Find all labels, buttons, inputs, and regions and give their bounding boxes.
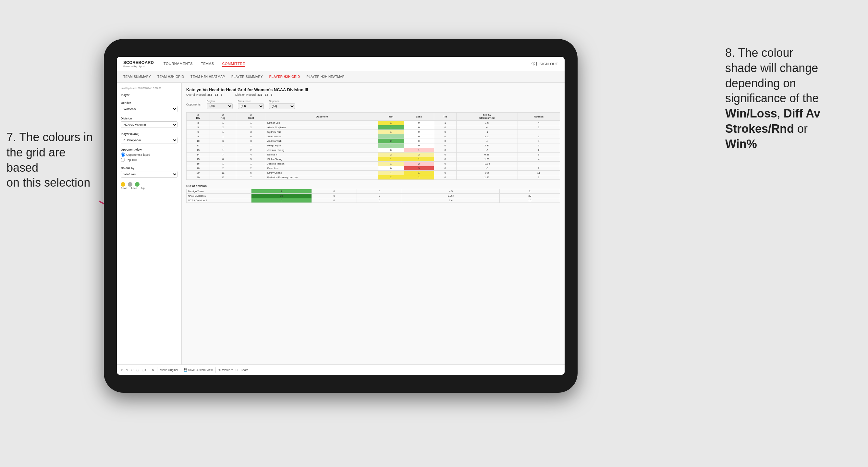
table-row: 16 1 1 Jessica Mason 1 2 0 -0.94 <box>187 162 560 166</box>
cell-tie: 0 <box>434 139 457 144</box>
colour-dot-green <box>135 182 140 187</box>
table-row: 13 1 2 Jessica Huang 0 1 0 -3 2 <box>187 148 560 153</box>
filter-opponent: Opponent (All) <box>269 100 295 109</box>
sub-nav-player-h2h-heatmap[interactable]: PLAYER H2H HEATMAP <box>306 75 344 79</box>
sub-nav-team-summary[interactable]: TEAM SUMMARY <box>123 75 151 79</box>
cell-tie: 0 <box>434 162 457 166</box>
report-records: Overall Record: 353 - 34 - 6 Division Re… <box>186 93 560 96</box>
cell-reg: 1 <box>210 134 236 139</box>
cell-win: 1 <box>378 162 404 166</box>
gender-select[interactable]: Women's <box>121 106 178 112</box>
save-custom-btn[interactable]: 💾 Save Custom View <box>184 368 213 372</box>
cell-rounds: 9 <box>518 153 560 157</box>
player-rank-select[interactable]: 8. Katelyn Vo <box>121 137 178 144</box>
sidebar-division-section: Division NCAA Division III <box>121 117 178 128</box>
radio-opponents-played[interactable]: Opponents Played <box>121 153 178 157</box>
cell-win: 1 <box>378 130 404 134</box>
share-btn[interactable]: Share <box>241 368 249 372</box>
cell-conf: 6 <box>236 171 266 175</box>
filter-conference: Conference (All) <box>238 100 264 109</box>
colour-by-select[interactable]: Win/Loss <box>121 171 178 178</box>
cell-diff-av: 1.33 <box>456 175 518 180</box>
cell-win: 0 <box>378 166 404 171</box>
h2h-grid-table: #Div #Reg #Conf Opponent Win Loss Tie Di… <box>186 112 560 180</box>
divider2 <box>157 367 157 373</box>
sub-nav-player-h2h-grid[interactable]: PLAYER H2H GRID <box>269 75 300 79</box>
top-nav: SCOREBOARD Powered by clippd TOURNAMENTS… <box>117 57 565 71</box>
cell-rounds: 4 <box>518 157 560 162</box>
ood-cell-loss: 0 <box>311 189 356 194</box>
undo-btn[interactable]: ↩ <box>121 368 123 372</box>
nav-right: ⓘ | Sign out <box>531 61 558 66</box>
th-opponent: Opponent <box>266 113 378 121</box>
annotation-left: 7. The colours in the grid are based on … <box>6 130 97 190</box>
cell-diff-av: 0.3 <box>456 171 518 175</box>
cell-conf: 2 <box>236 166 266 171</box>
cell-rounds: 2 <box>518 148 560 153</box>
cell-conf: 1 <box>236 121 266 125</box>
colour-dot-yellow <box>121 182 125 187</box>
ood-cell-label: NAIA Division 1 <box>187 194 251 198</box>
cell-diff-av: 1.5 <box>456 121 518 125</box>
cell-diff-av: 3.67 <box>456 134 518 139</box>
ood-cell-win: 1 <box>251 189 312 194</box>
table-row: 10 6 3 Andrea York 2 0 0 4 4 <box>187 139 560 144</box>
redo-btn[interactable]: ↪ <box>126 368 128 372</box>
ood-table-row: Foreign Team 1 0 0 4.5 2 <box>187 189 560 194</box>
division-select[interactable]: NCAA Division III <box>121 121 178 128</box>
watch-btn[interactable]: 👁 Watch ▾ <box>218 368 233 372</box>
cell-rounds: 4 <box>518 121 560 125</box>
nav-tournaments[interactable]: TOURNAMENTS <box>163 61 193 67</box>
cell-div: 11 <box>187 144 210 148</box>
ood-table-row: NAIA Division 1 15 0 0 9.267 30 <box>187 194 560 198</box>
copy-btn[interactable]: ⬚ <box>136 368 139 372</box>
cell-tie: 0 <box>434 130 457 134</box>
main-content: Last Updated: 27/03/2024 16:55:38 Player… <box>117 83 565 365</box>
opponent-select[interactable]: (All) <box>269 103 295 109</box>
nav-committee[interactable]: COMMITTEE <box>222 61 245 67</box>
region-select[interactable]: (All) <box>207 103 232 109</box>
cell-reg: 1 <box>210 130 236 134</box>
sidebar-timestamp: Last Updated: 27/03/2024 16:55:38 <box>121 87 178 90</box>
nav-teams[interactable]: TEAMS <box>201 61 214 67</box>
cell-div: 5 <box>187 125 210 130</box>
conference-select[interactable]: (All) <box>238 103 264 109</box>
paste-btn[interactable]: ⬚+ <box>142 368 146 372</box>
cell-win: 1 <box>378 157 404 162</box>
refresh-btn[interactable]: ↻ <box>152 368 154 372</box>
cell-loss: 1 <box>404 171 434 175</box>
sub-nav-team-h2h-grid[interactable]: TEAM H2H GRID <box>157 75 184 79</box>
cell-tie: 0 <box>434 157 457 162</box>
cell-tie: 0 <box>434 171 457 175</box>
cell-reg: 2 <box>210 125 236 130</box>
filter-region: Region (All) <box>207 100 232 109</box>
share-btn-icon[interactable]: ⬡ <box>236 368 238 372</box>
ood-cell-tie: 0 <box>357 198 402 203</box>
view-original-btn[interactable]: View: Original <box>160 368 178 372</box>
ood-cell-win: 5 <box>251 198 312 203</box>
sign-out-btn[interactable]: Sign out <box>539 61 558 66</box>
cell-loss: 2 <box>404 153 434 157</box>
cell-conf: 2 <box>236 148 266 153</box>
cell-diff-av: -0.94 <box>456 162 518 166</box>
cell-opponent: Alexis Sudjianto <box>266 125 378 130</box>
radio-top-100[interactable]: Top 100 <box>121 158 178 162</box>
cell-tie: 1 <box>434 121 457 125</box>
th-diff-av: Diff AvStrokes/Rnd <box>456 113 518 121</box>
cell-win: 2 <box>378 175 404 180</box>
sidebar: Last Updated: 27/03/2024 16:55:38 Player… <box>117 83 182 365</box>
opponents-filter-label: Opponents: <box>186 103 202 106</box>
cell-win: 0 <box>378 148 404 153</box>
cell-rounds: 4 <box>518 139 560 144</box>
cell-reg: 6 <box>210 139 236 144</box>
th-tie: Tie <box>434 113 457 121</box>
redo2-btn[interactable]: ↩ <box>131 368 134 372</box>
sub-nav-player-summary[interactable]: PLAYER SUMMARY <box>231 75 263 79</box>
th-div: #Div <box>187 113 210 121</box>
colour-legend <box>121 182 178 187</box>
annotation-right: 8. The colour shade will change dependin… <box>725 45 855 152</box>
colour-by-label: Colour by <box>121 166 178 170</box>
filters-row: Opponents: Region (All) Conference (All) <box>186 100 560 109</box>
sub-nav-team-h2h-heatmap[interactable]: TEAM H2H HEATMAP <box>190 75 225 79</box>
cell-diff-av: -3 <box>456 148 518 153</box>
